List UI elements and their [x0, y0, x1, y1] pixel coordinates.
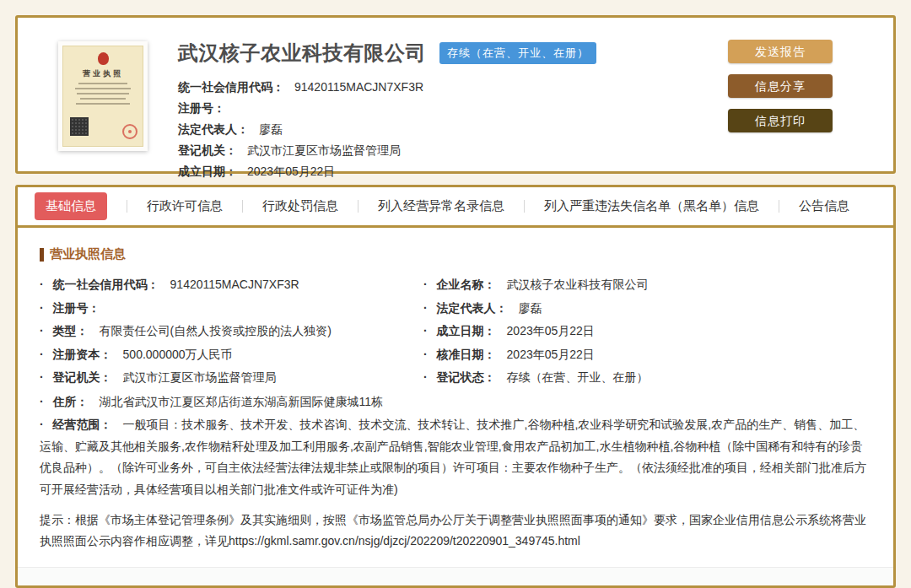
- red-stamp-icon: [122, 124, 137, 139]
- share-info-button[interactable]: 信息分享: [728, 74, 833, 98]
- tab-admin-license[interactable]: 行政许可信息: [147, 198, 223, 214]
- tab-announcement[interactable]: 公告信息: [799, 198, 849, 214]
- detail-panel: 基础信息 行政许可信息 行政处罚信息 列入经营异常名录信息 列入严重违法失信名单…: [15, 185, 896, 588]
- tab-separator: [524, 200, 525, 213]
- company-name-title: 武汉核子农业科技有限公司: [178, 40, 426, 67]
- tab-admin-penalty[interactable]: 行政处罚信息: [262, 198, 338, 214]
- basic-info-content: 营业执照信息 统一社会信用代码：91420115MACJN7XF3R 企业名称：…: [18, 228, 893, 588]
- header-field-credit-code: 统一社会信用代码：91420115MACJN7XF3R: [178, 77, 728, 98]
- print-info-button[interactable]: 信息打印: [728, 109, 833, 132]
- header-field-legal-rep: 法定代表人：廖磊: [178, 119, 728, 140]
- tab-basic-info[interactable]: 基础信息: [35, 192, 107, 220]
- header-field-reg-number: 注册号：: [178, 98, 728, 119]
- field-registered-capital: 注册资本：500.000000万人民币: [40, 343, 423, 367]
- tab-bar: 基础信息 行政许可信息 行政处罚信息 列入经营异常名录信息 列入严重违法失信名单…: [18, 187, 893, 228]
- business-license-image: 营业执照: [62, 46, 143, 147]
- tab-blacklist[interactable]: 列入严重违法失信名单（黑名单）信息: [544, 198, 759, 214]
- field-approval-date: 核准日期：2023年05月22日: [423, 343, 871, 367]
- field-address: 住所：湖北省武汉市江夏区郑店街道东湖高新国际健康城11栋: [40, 391, 871, 413]
- field-company-type: 类型：有限责任公司(自然人投资或控股的法人独资): [40, 320, 423, 343]
- tab-separator: [127, 200, 127, 213]
- field-business-scope: 经营范围：一般项目：技术服务、技术开发、技术咨询、技术交流、技术转让、技术推广,…: [40, 414, 871, 500]
- business-license-thumbnail[interactable]: 营业执照: [58, 41, 148, 151]
- company-summary: 武汉核子农业科技有限公司 存续（在营、开业、在册） 统一社会信用代码：91420…: [178, 40, 728, 154]
- tab-abnormal-list[interactable]: 列入经营异常名录信息: [378, 198, 504, 214]
- license-detail-grid: 统一社会信用代码：91420115MACJN7XF3R 企业名称：武汉核子农业科…: [40, 273, 871, 390]
- section-marker: [40, 248, 44, 262]
- field-company-name: 企业名称：武汉核子农业科技有限公司: [423, 273, 871, 297]
- header-field-establish-date: 成立日期：2023年05月22日: [178, 161, 728, 182]
- license-full-rows: 住所：湖北省武汉市江夏区郑店街道东湖高新国际健康城11栋 经营范围：一般项目：技…: [40, 391, 871, 501]
- license-thumb-title: 营业执照: [83, 68, 123, 79]
- qr-code-icon: [70, 117, 89, 136]
- tab-separator: [242, 200, 243, 213]
- license-adjust-notice: 提示：根据《市场主体登记管理条例》及其实施细则，按照《市场监管总局办公厅关于调整…: [40, 510, 871, 552]
- field-credit-code: 统一社会信用代码：91420115MACJN7XF3R: [40, 273, 423, 297]
- send-report-button[interactable]: 发送报告: [728, 40, 833, 63]
- field-reg-number: 注册号：: [40, 297, 423, 321]
- header-field-reg-authority: 登记机关：武汉市江夏区市场监督管理局: [178, 140, 728, 161]
- header-action-buttons: 发送报告 信息分享 信息打印: [728, 40, 833, 154]
- status-badge: 存续（在营、开业、在册）: [439, 42, 596, 64]
- tab-separator: [779, 200, 779, 213]
- license-section-title: 营业执照信息: [40, 246, 871, 262]
- business-term-section: 营业期限信息: [18, 567, 893, 588]
- field-reg-status: 登记状态：存续（在营、开业、在册）: [423, 366, 871, 390]
- company-header-card: 营业执照 武汉核子农业科技有限公司 存续（在营、开业、在册） 统一社会信用代码：…: [15, 15, 896, 174]
- national-emblem-icon: [98, 52, 109, 65]
- tab-separator: [358, 200, 358, 213]
- field-establish-date: 成立日期：2023年05月22日: [423, 320, 871, 343]
- field-legal-rep: 法定代表人：廖磊: [423, 297, 871, 321]
- field-reg-authority: 登记机关：武汉市江夏区市场监督管理局: [40, 366, 423, 390]
